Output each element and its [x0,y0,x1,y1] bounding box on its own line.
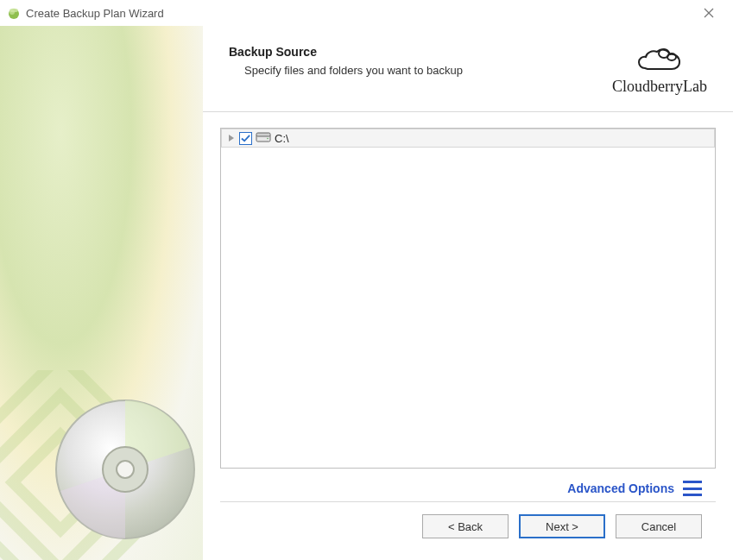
checkbox-drive-c[interactable] [239,132,252,145]
file-tree[interactable]: C:\ [220,128,716,469]
tree-node-label: C:\ [275,132,289,145]
page-subtitle: Specify files and folders you want to ba… [244,64,612,77]
app-icon [7,6,21,20]
tree-node-drive-c[interactable]: C:\ [221,129,715,148]
advanced-options-link[interactable]: Advanced Options [567,481,674,495]
window-title: Create Backup Plan Wizard [26,7,164,20]
svg-point-2 [9,9,18,12]
svg-point-10 [117,461,134,478]
wizard-footer: < Back Next > Cancel [220,502,716,551]
svg-point-16 [267,137,269,139]
close-button[interactable] [692,1,726,25]
wizard-sidebar [0,26,203,560]
wizard-header: Backup Source Specify files and folders … [203,26,733,112]
titlebar: Create Backup Plan Wizard [0,0,733,26]
cancel-button[interactable]: Cancel [616,514,702,538]
back-button[interactable]: < Back [422,514,509,538]
brand: CloudberryLab [612,45,707,96]
disc-icon [52,396,199,543]
cloud-logo-icon [636,45,683,76]
svg-rect-15 [256,133,270,136]
svg-marker-13 [229,135,234,142]
page-heading: Backup Source [229,45,612,59]
hamburger-menu-icon[interactable] [683,481,702,496]
next-button[interactable]: Next > [519,514,605,538]
expand-icon[interactable] [227,134,236,142]
drive-icon [256,131,271,146]
brand-name: CloudberryLab [612,78,707,96]
